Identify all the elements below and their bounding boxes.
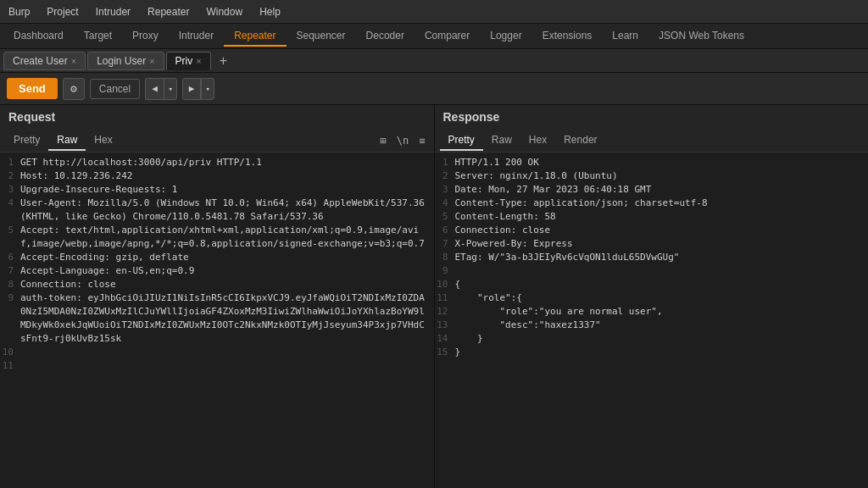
menu-repeater[interactable]: Repeater [139, 3, 198, 21]
main-content: Request Pretty Raw Hex ⊞ \n ≡ 1 GET http… [0, 105, 868, 488]
tab-repeater[interactable]: Repeater [224, 26, 286, 47]
response-line-11: 11 "role":{ [435, 291, 869, 305]
request-ln-icon[interactable]: \n [393, 133, 412, 148]
subtab-priv-label: Priv [175, 55, 193, 67]
response-line-1: 1 HTTP/1.1 200 OK [435, 156, 869, 169]
nav-forward-group: ▶ ▾ [182, 78, 214, 100]
response-line-10: 10 { [435, 278, 869, 291]
menu-project[interactable]: Project [38, 3, 86, 21]
request-panel: Request Pretty Raw Hex ⊞ \n ≡ 1 GET http… [0, 105, 435, 488]
sub-tabs: Create User × Login User × Priv × + [0, 49, 868, 73]
request-line-2: 2 Host: 10.129.236.242 [0, 169, 434, 183]
request-line-9: 9 auth-token: eyJhbGciOiJIUzI1NiIsInR5cC… [0, 291, 434, 346]
add-tab-button[interactable]: + [213, 51, 234, 71]
send-button[interactable]: Send [7, 78, 58, 99]
subtab-priv[interactable]: Priv × [166, 52, 211, 70]
close-create-user-icon[interactable]: × [71, 56, 76, 66]
nav-back-forward: ◀ ▾ [145, 78, 177, 100]
nav-tabs: Dashboard Target Proxy Intruder Repeater… [0, 24, 868, 49]
response-line-4: 4 Content-Type: application/json; charse… [435, 197, 869, 210]
request-line-7: 7 Accept-Language: en-US,en;q=0.9 [0, 264, 434, 278]
response-tab-raw[interactable]: Raw [483, 130, 520, 151]
menu-help[interactable]: Help [251, 3, 289, 21]
response-line-14: 14 } [435, 332, 869, 346]
tab-target[interactable]: Target [74, 26, 122, 47]
nav-forward-dropdown[interactable]: ▾ [201, 78, 214, 100]
response-line-13: 13 "desc":"haxez1337" [435, 319, 869, 332]
response-line-5: 5 Content-Length: 58 [435, 210, 869, 224]
close-login-user-icon[interactable]: × [149, 56, 154, 66]
nav-back-dropdown[interactable]: ▾ [164, 78, 177, 100]
request-tab-hex[interactable]: Hex [86, 130, 120, 151]
response-line-3: 3 Date: Mon, 27 Mar 2023 06:40:18 GMT [435, 183, 869, 197]
tab-extensions[interactable]: Extensions [532, 26, 603, 47]
response-line-2: 2 Server: nginx/1.18.0 (Ubuntu) [435, 169, 869, 183]
request-line-3: 3 Upgrade-Insecure-Requests: 1 [0, 183, 434, 197]
close-priv-icon[interactable]: × [196, 56, 201, 66]
nav-forward-button[interactable]: ▶ [182, 78, 201, 100]
request-line-1: 1 GET http://localhost:3000/api/priv HTT… [0, 156, 434, 169]
response-tabs: Pretty Raw Hex Render [435, 129, 869, 152]
response-line-12: 12 "role":"you are normal user", [435, 305, 869, 319]
subtab-create-user-label: Create User [13, 55, 68, 67]
response-line-8: 8 ETag: W/"3a-b3JEIyRv6cVqON1lduL65DVwGU… [435, 251, 869, 264]
request-line-5: 5 Accept: text/html,application/xhtml+xm… [0, 224, 434, 251]
response-line-6: 6 Connection: close [435, 224, 869, 237]
tab-intruder[interactable]: Intruder [169, 26, 224, 47]
tab-comparer[interactable]: Comparer [415, 26, 480, 47]
settings-icon[interactable]: ⚙ [63, 78, 85, 100]
tab-proxy[interactable]: Proxy [122, 26, 169, 47]
request-line-10: 10 [0, 346, 434, 359]
tab-decoder[interactable]: Decoder [356, 26, 415, 47]
response-line-9: 9 [435, 264, 869, 278]
menu-intruder[interactable]: Intruder [87, 3, 139, 21]
request-wrap-icon[interactable]: ⊞ [377, 133, 390, 148]
response-tab-render[interactable]: Render [555, 130, 605, 151]
request-title: Request [0, 105, 434, 129]
tab-dashboard[interactable]: Dashboard [3, 26, 74, 47]
response-tab-hex[interactable]: Hex [520, 130, 555, 151]
tab-logger[interactable]: Logger [480, 26, 531, 47]
menu-bar: Burp Project Intruder Repeater Window He… [0, 0, 868, 24]
menu-window[interactable]: Window [198, 3, 251, 21]
response-panel: Response Pretty Raw Hex Render 1 HTTP/1.… [435, 105, 869, 488]
response-title: Response [435, 105, 869, 129]
request-tabs: Pretty Raw Hex ⊞ \n ≡ [0, 129, 434, 152]
response-line-7: 7 X-Powered-By: Express [435, 237, 869, 251]
subtab-login-user-label: Login User [97, 55, 146, 67]
tab-learn[interactable]: Learn [602, 26, 648, 47]
response-tab-pretty[interactable]: Pretty [440, 130, 483, 151]
subtab-create-user[interactable]: Create User × [3, 52, 86, 70]
request-line-8: 8 Connection: close [0, 278, 434, 291]
request-code-area[interactable]: 1 GET http://localhost:3000/api/priv HTT… [0, 152, 434, 488]
response-code-area[interactable]: 1 HTTP/1.1 200 OK 2 Server: nginx/1.18.0… [435, 152, 869, 488]
request-menu-icon[interactable]: ≡ [415, 133, 428, 148]
tab-sequencer[interactable]: Sequencer [287, 26, 356, 47]
request-tab-raw[interactable]: Raw [48, 130, 86, 151]
cancel-button[interactable]: Cancel [90, 79, 140, 99]
tab-jwt[interactable]: JSON Web Tokens [648, 26, 754, 47]
request-tab-pretty[interactable]: Pretty [5, 130, 48, 151]
request-line-4: 4 User-Agent: Mozilla/5.0 (Windows NT 10… [0, 197, 434, 224]
request-line-6: 6 Accept-Encoding: gzip, deflate [0, 251, 434, 264]
request-tab-icons: ⊞ \n ≡ [377, 133, 429, 148]
response-line-15: 15 } [435, 346, 869, 359]
toolbar: Send ⚙ Cancel ◀ ▾ ▶ ▾ [0, 73, 868, 105]
nav-back-button[interactable]: ◀ [145, 78, 164, 100]
menu-burp[interactable]: Burp [0, 3, 38, 21]
request-line-11: 11 [0, 359, 434, 373]
subtab-login-user[interactable]: Login User × [87, 52, 164, 70]
